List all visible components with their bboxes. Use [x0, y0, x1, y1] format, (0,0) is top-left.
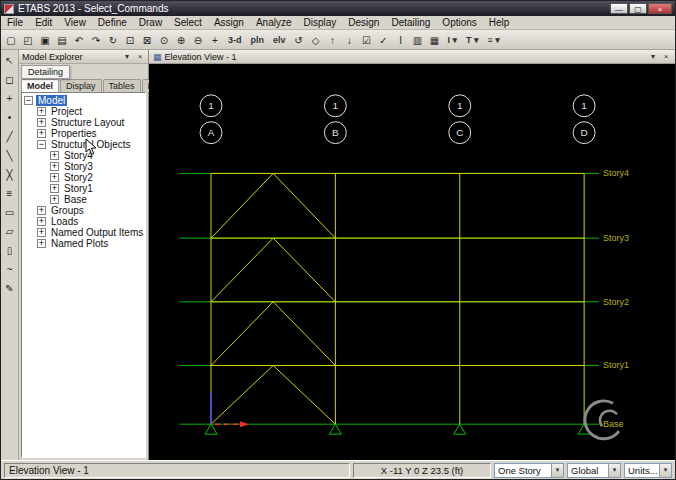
tree-toggle-icon[interactable]: + [37, 118, 46, 127]
story-scope-dropdown[interactable]: One Story ▼ [494, 463, 564, 478]
toolbar-view-3d-button[interactable]: 3-d [224, 32, 246, 48]
toolbar-plan-view-button[interactable]: pln [247, 32, 269, 48]
toolbar-frame-section-button[interactable]: I [393, 32, 409, 48]
menu-define[interactable]: Define [92, 16, 133, 30]
side-select-pointer-button[interactable]: ↖ [2, 52, 18, 68]
side-draw-wall-button[interactable]: ▯ [2, 242, 18, 258]
side-quick-draw-area-button[interactable]: ▱ [2, 223, 18, 239]
menu-edit[interactable]: Edit [29, 16, 58, 30]
tree-item-model[interactable]: −Model [22, 95, 145, 106]
tree-item-groups[interactable]: +Groups [22, 205, 145, 216]
tree-toggle-icon[interactable]: + [37, 228, 46, 237]
menu-view[interactable]: View [58, 16, 92, 30]
tree-toggle-icon[interactable]: + [37, 107, 46, 116]
maximize-button[interactable]: ▢ [629, 3, 647, 14]
toolbar-open-file-button[interactable]: ◰ [20, 32, 36, 48]
menu-display[interactable]: Display [298, 16, 343, 30]
side-select-window-button[interactable]: ◻ [2, 71, 18, 87]
side-draw-link-button[interactable]: ~ [2, 261, 18, 277]
minimize-button[interactable]: — [610, 3, 628, 14]
menu-help[interactable]: Help [483, 16, 516, 30]
side-quick-draw-secondary-beams-button[interactable]: ≡ [2, 185, 18, 201]
tree-item-story2[interactable]: +Story2 [22, 172, 145, 183]
menu-detailing[interactable]: Detailing [385, 16, 436, 30]
tree-item-named-output-items[interactable]: +Named Output Items [22, 227, 145, 238]
tab-display[interactable]: Display [60, 79, 102, 92]
chevron-down-icon[interactable]: ▼ [659, 464, 671, 477]
panel-close-icon[interactable]: × [135, 52, 145, 61]
toolbar-previous-zoom-button[interactable]: ⊙ [156, 32, 172, 48]
menu-draw[interactable]: Draw [133, 16, 168, 30]
toolbar-pan-button[interactable]: + [207, 32, 223, 48]
side-reshape-object-button[interactable]: + [2, 90, 18, 106]
toolbar-print-button[interactable]: ▤ [54, 32, 70, 48]
tree-toggle-icon[interactable]: − [24, 96, 33, 105]
tree-item-properties[interactable]: +Properties [22, 128, 145, 139]
tree-toggle-icon[interactable]: + [50, 195, 59, 204]
tree-toggle-icon[interactable]: + [50, 151, 59, 160]
view-close-icon[interactable]: × [661, 52, 671, 61]
tree-toggle-icon[interactable]: + [37, 217, 46, 226]
elevation-canvas-svg[interactable]: Story4Story3Story2Story1Base1A1B1C1D [149, 64, 675, 460]
tree-item-structural-objects[interactable]: −Structural Objects [22, 139, 145, 150]
side-draw-floor-area-button[interactable]: ▭ [2, 204, 18, 220]
close-button[interactable]: × [648, 3, 672, 14]
side-quick-draw-frame-button[interactable]: ╲ [2, 147, 18, 163]
tree-item-story3[interactable]: +Story3 [22, 161, 145, 172]
side-draw-frame-button[interactable]: ╱ [2, 128, 18, 144]
menu-file[interactable]: File [1, 16, 29, 30]
toolbar-wall-section-button[interactable]: ▥ [410, 32, 426, 48]
side-draw-dimension-button[interactable]: ✎ [2, 280, 18, 296]
menu-options[interactable]: Options [436, 16, 482, 30]
tree-toggle-icon[interactable]: + [37, 129, 46, 138]
tab-model[interactable]: Model [21, 79, 59, 92]
tree-item-named-plots[interactable]: +Named Plots [22, 238, 145, 249]
toolbar-grid-options-button[interactable]: ▦ [427, 32, 443, 48]
tree-toggle-icon[interactable]: + [37, 206, 46, 215]
toolbar-check-model-button[interactable]: ✓ [376, 32, 392, 48]
toolbar-refresh-window-button[interactable]: ↻ [105, 32, 121, 48]
toolbar-elevation-view-button[interactable]: elv [269, 32, 290, 48]
menu-analyze[interactable]: Analyze [250, 16, 298, 30]
side-quick-draw-braces-button[interactable]: ╳ [2, 166, 18, 182]
toolbar-set-display-options-button[interactable]: ☑ [359, 32, 375, 48]
tree-item-loads[interactable]: +Loads [22, 216, 145, 227]
toolbar-new-model-button[interactable]: ▢ [3, 32, 19, 48]
menu-assign[interactable]: Assign [208, 16, 250, 30]
elevation-view-header[interactable]: ▦ Elevation View - 1 ▾ × [149, 50, 675, 64]
tree-item-base[interactable]: +Base [22, 194, 145, 205]
tree-toggle-icon[interactable]: − [37, 140, 46, 149]
toolbar-tee-dropdown-button[interactable]: T ▾ [462, 32, 483, 48]
toolbar-rotate-3d-view-button[interactable]: ↺ [291, 32, 307, 48]
elevation-canvas[interactable]: Story4Story3Story2Story1Base1A1B1C1D [149, 64, 675, 460]
toolbar-redo-button[interactable]: ↷ [88, 32, 104, 48]
toolbar-restore-full-view-button[interactable]: ⊠ [139, 32, 155, 48]
menu-select[interactable]: Select [168, 16, 208, 30]
tree-toggle-icon[interactable]: + [50, 173, 59, 182]
detailing-floating-tab[interactable]: Detailing [21, 65, 70, 79]
tree-toggle-icon[interactable]: + [50, 162, 59, 171]
toolbar-list-dropdown-button[interactable]: ≡ ▾ [484, 32, 504, 48]
chevron-down-icon[interactable]: ▼ [551, 464, 563, 477]
tree-item-story4[interactable]: +Story4 [22, 150, 145, 161]
toolbar-i-beam-dropdown-button[interactable]: I ▾ [444, 32, 462, 48]
tree-toggle-icon[interactable]: + [50, 184, 59, 193]
tree-toggle-icon[interactable]: + [37, 239, 46, 248]
tab-tables[interactable]: Tables [103, 79, 141, 92]
coordinate-system-dropdown[interactable]: Global ▼ [567, 463, 621, 478]
units-dropdown[interactable]: Units... ▼ [624, 463, 672, 478]
title-bar[interactable]: ETABS 2013 - Select_Commands — ▢ × [1, 1, 675, 16]
toolbar-rubber-band-zoom-button[interactable]: ⊡ [122, 32, 138, 48]
side-draw-joint-button[interactable]: • [2, 109, 18, 125]
view-menu-icon[interactable]: ▾ [648, 52, 658, 61]
toolbar-zoom-out-button[interactable]: ⊖ [190, 32, 206, 48]
toolbar-move-up-in-list-button[interactable]: ↑ [325, 32, 341, 48]
toolbar-move-down-in-list-button[interactable]: ↓ [342, 32, 358, 48]
panel-menu-icon[interactable]: ▾ [122, 52, 132, 61]
toolbar-save-model-button[interactable]: ▣ [37, 32, 53, 48]
tree-item-story1[interactable]: +Story1 [22, 183, 145, 194]
tree-item-structure-layout[interactable]: +Structure Layout [22, 117, 145, 128]
menu-design[interactable]: Design [342, 16, 385, 30]
model-explorer-header[interactable]: Model Explorer ▾ × [19, 50, 148, 64]
toolbar-zoom-in-button[interactable]: ⊕ [173, 32, 189, 48]
